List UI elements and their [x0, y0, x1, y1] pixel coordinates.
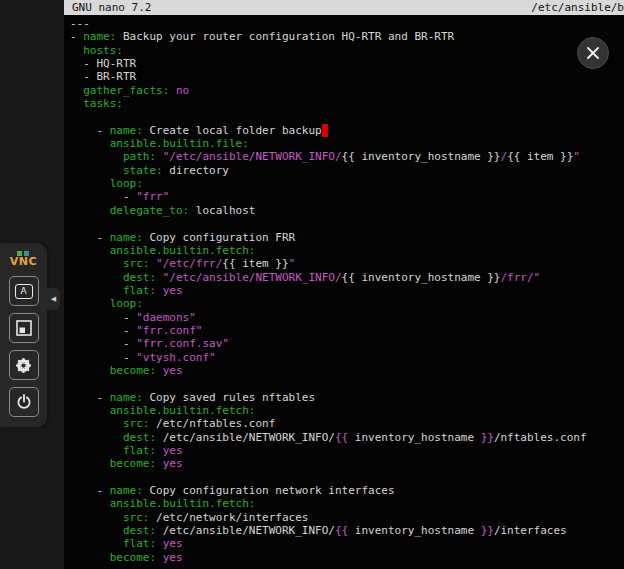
nano-editor[interactable]: ---- name: Backup your router configurat… — [64, 15, 624, 564]
chevron-left-icon: ◀ — [51, 295, 56, 303]
power-icon — [16, 394, 32, 410]
editor-line: - HQ-RTR — [70, 57, 624, 70]
editor-line — [70, 110, 624, 123]
editor-line: - "frr.conf.sav" — [70, 337, 624, 350]
editor-line: loop: — [70, 177, 624, 190]
editor-line: state: directory — [70, 164, 624, 177]
editor-line: ansible.builtin.fetch: — [70, 497, 624, 510]
editor-line: path: "/etc/ansible/NETWORK_INFO/{{ inve… — [70, 150, 624, 163]
settings-button[interactable] — [9, 350, 39, 380]
text-cursor — [322, 124, 329, 137]
editor-line: dest: /etc/ansible/NETWORK_INFO/{{ inven… — [70, 431, 624, 444]
editor-line: src: /etc/network/interfaces — [70, 511, 624, 524]
editor-line: src: "/etc/frr/{{ item }}" — [70, 257, 624, 270]
editor-lines: ---- name: Backup your router configurat… — [70, 17, 624, 564]
editor-line: - BR-RTR — [70, 70, 624, 83]
editor-line: src: /etc/nftables.conf — [70, 417, 624, 430]
editor-line: become: yes — [70, 364, 624, 377]
editor-line: flat: yes — [70, 284, 624, 297]
editor-line: - "vtysh.conf" — [70, 351, 624, 364]
control-bar-handle[interactable]: ◀ — [47, 288, 60, 310]
fullscreen-button[interactable] — [9, 313, 39, 343]
fullscreen-icon — [16, 320, 32, 336]
vnc-logo-text: VNC — [10, 257, 37, 267]
editor-line: dest: "/etc/ansible/NETWORK_INFO/{{ inve… — [70, 271, 624, 284]
editor-line: flat: yes — [70, 444, 624, 457]
editor-line: - "frr.conf" — [70, 324, 624, 337]
nano-file-path: /etc/ansible/b — [531, 0, 624, 15]
power-button[interactable] — [9, 387, 39, 417]
vnc-logo: VNC — [10, 251, 37, 267]
editor-line: - name: Copy configuration network inter… — [70, 484, 624, 497]
keyboard-a-icon: A — [15, 284, 33, 299]
nano-app-title: GNU nano 7.2 — [72, 0, 151, 15]
editor-line: ansible.builtin.file: — [70, 137, 624, 150]
editor-line: - "daemons" — [70, 311, 624, 324]
editor-line: tasks: — [70, 97, 624, 110]
vnc-control-bar: VNC A — [0, 243, 47, 427]
editor-line: ansible.builtin.fetch: — [70, 404, 624, 417]
editor-line: delegate_to: localhost — [70, 204, 624, 217]
editor-line: become: yes — [70, 551, 624, 564]
editor-line: - name: Backup your router configuration… — [70, 30, 624, 43]
editor-line: ansible.builtin.fetch: — [70, 244, 624, 257]
editor-line — [70, 217, 624, 230]
close-button[interactable] — [577, 37, 609, 69]
editor-line: flat: yes — [70, 537, 624, 550]
keyboard-button[interactable]: A — [9, 276, 39, 306]
editor-line: - name: Copy configuration FRR — [70, 231, 624, 244]
editor-line: become: yes — [70, 457, 624, 470]
editor-line: loop: — [70, 297, 624, 310]
editor-line: - name: Create local folder backup — [70, 124, 624, 137]
editor-line: - name: Copy saved rules nftables — [70, 391, 624, 404]
editor-line: hosts: — [70, 44, 624, 57]
editor-line: dest: /etc/ansible/NETWORK_INFO/{{ inven… — [70, 524, 624, 537]
terminal-window[interactable]: GNU nano 7.2 /etc/ansible/b ---- name: B… — [64, 0, 624, 569]
nano-titlebar: GNU nano 7.2 /etc/ansible/b — [64, 0, 624, 15]
editor-line: gather_facts: no — [70, 84, 624, 97]
editor-line — [70, 471, 624, 484]
gear-icon — [15, 357, 32, 374]
editor-line — [70, 377, 624, 390]
editor-line: - "frr" — [70, 190, 624, 203]
editor-line: --- — [70, 17, 624, 30]
close-x-icon — [586, 46, 600, 60]
